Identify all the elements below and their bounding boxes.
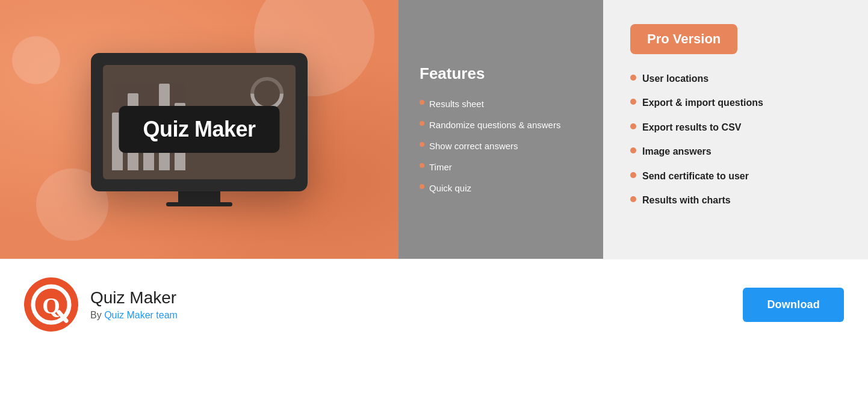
plugin-name: Quiz Maker (90, 288, 178, 308)
list-item: Results sheet (420, 97, 582, 110)
features-title: Features (420, 64, 582, 83)
feature-bullet (420, 163, 424, 168)
plugin-text: Quiz Maker By Quiz Maker team (90, 288, 178, 321)
pro-badge: Pro Version (630, 24, 737, 54)
list-item: Image answers (630, 145, 841, 158)
feature-label: Timer (429, 161, 452, 173)
plugin-info: Q Quiz Maker By Quiz Maker team (24, 277, 178, 332)
features-list: Results sheet Randomize questions & answ… (420, 97, 582, 194)
pro-label: Send certificate to user (642, 170, 749, 183)
quiz-maker-label: Quiz Maker (119, 106, 279, 153)
plugin-logo: Q (24, 277, 78, 332)
pro-bullet (630, 172, 636, 178)
list-item: Timer (420, 161, 582, 173)
plugin-author-line: By Quiz Maker team (90, 310, 178, 321)
pro-bullet (630, 99, 636, 105)
download-button[interactable]: Download (743, 288, 844, 322)
pro-label: Results with charts (642, 194, 731, 207)
list-item: Export results to CSV (630, 121, 841, 134)
feature-label: Results sheet (429, 97, 484, 110)
pro-bullet (630, 196, 636, 202)
list-item: Results with charts (630, 194, 841, 207)
list-item: Show correct answers (420, 140, 582, 152)
hero-banner: Quiz Maker Features Results sheet Random… (0, 0, 868, 259)
deco-circle-3 (12, 36, 60, 84)
pro-label: Export & import questions (642, 96, 763, 110)
list-item: Randomize questions & answers (420, 119, 582, 131)
features-panel: Features Results sheet Randomize questio… (398, 0, 603, 259)
pro-label: User locations (642, 72, 708, 85)
list-item: Send certificate to user (630, 170, 841, 183)
pro-label: Export results to CSV (642, 121, 741, 134)
pro-label: Image answers (642, 145, 711, 158)
svg-text:Q: Q (42, 293, 60, 318)
feature-bullet (420, 100, 424, 105)
bottom-section: Q Quiz Maker By Quiz Maker team Download (0, 259, 868, 350)
feature-label: Show correct answers (429, 140, 518, 152)
author-link[interactable]: Quiz Maker team (104, 310, 178, 320)
feature-label: Randomize questions & answers (429, 119, 560, 131)
pro-panel: Pro Version User locations Export & impo… (603, 0, 868, 259)
by-label: By (90, 310, 102, 320)
pro-bullet (630, 147, 636, 153)
feature-label: Quick quiz (429, 182, 471, 194)
feature-bullet (420, 121, 424, 126)
list-item: User locations (630, 72, 841, 85)
pro-bullet (630, 75, 636, 81)
list-item: Quick quiz (420, 182, 582, 194)
feature-bullet (420, 142, 424, 147)
feature-bullet (420, 184, 424, 189)
hero-left: Quiz Maker (0, 0, 398, 259)
pro-bullet (630, 123, 636, 129)
pro-list: User locations Export & import questions… (630, 72, 841, 207)
list-item: Export & import questions (630, 96, 841, 110)
